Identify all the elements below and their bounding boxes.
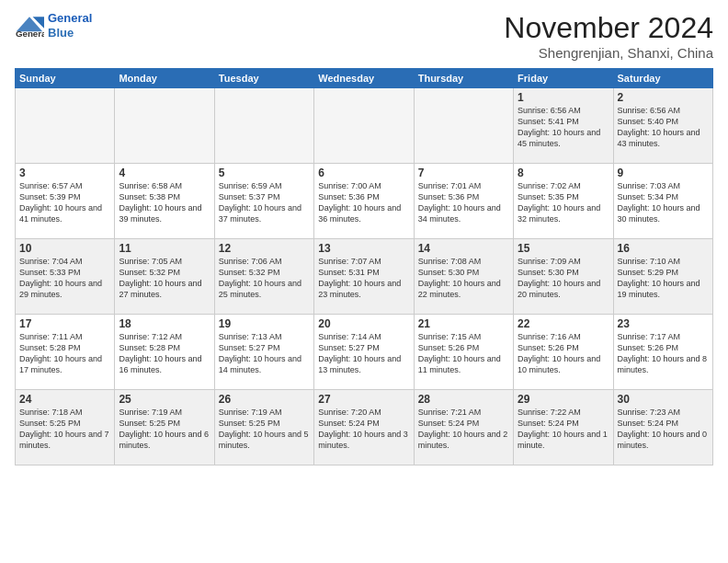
day-info: Sunrise: 7:02 AM Sunset: 5:35 PM Dayligh… [518,180,609,225]
day-info: Sunrise: 7:01 AM Sunset: 5:36 PM Dayligh… [418,180,509,225]
day-number: 2 [618,91,709,104]
day-number: 29 [518,393,609,406]
day-info: Sunrise: 7:22 AM Sunset: 5:24 PM Dayligh… [518,407,609,452]
calendar-cell: 20Sunrise: 7:14 AM Sunset: 5:27 PM Dayli… [314,315,414,390]
day-number: 9 [618,167,709,179]
day-info: Sunrise: 7:13 AM Sunset: 5:27 PM Dayligh… [219,331,310,376]
day-info: Sunrise: 7:14 AM Sunset: 5:27 PM Dayligh… [318,331,409,376]
day-number: 20 [318,317,409,330]
day-info: Sunrise: 7:15 AM Sunset: 5:26 PM Dayligh… [418,331,509,376]
day-number: 4 [119,167,210,179]
calendar-cell [214,88,313,164]
day-number: 27 [318,393,409,406]
logo: General General Blue [15,11,92,40]
weekday-header-saturday: Saturday [613,69,712,88]
day-number: 30 [618,393,709,406]
page-header: General General Blue November 2024 Sheng… [15,11,713,61]
day-number: 5 [219,167,310,179]
day-info: Sunrise: 7:03 AM Sunset: 5:34 PM Dayligh… [618,180,709,225]
day-number: 8 [518,167,609,179]
calendar-cell: 22Sunrise: 7:16 AM Sunset: 5:26 PM Dayli… [514,315,613,390]
day-info: Sunrise: 6:56 AM Sunset: 5:41 PM Dayligh… [518,105,609,150]
day-number: 3 [19,167,110,179]
title-block: November 2024 Shengrenjian, Shanxi, Chin… [504,11,713,61]
calendar-cell: 27Sunrise: 7:20 AM Sunset: 5:24 PM Dayli… [314,390,414,465]
day-number: 13 [318,242,409,255]
calendar-cell: 1Sunrise: 6:56 AM Sunset: 5:41 PM Daylig… [514,88,613,164]
day-number: 10 [19,242,110,255]
weekday-header-thursday: Thursday [414,69,513,88]
calendar-cell: 8Sunrise: 7:02 AM Sunset: 5:35 PM Daylig… [514,164,613,239]
day-info: Sunrise: 7:04 AM Sunset: 5:33 PM Dayligh… [19,256,110,301]
day-info: Sunrise: 7:05 AM Sunset: 5:32 PM Dayligh… [119,256,210,301]
day-number: 17 [19,317,110,330]
day-info: Sunrise: 6:57 AM Sunset: 5:39 PM Dayligh… [19,180,110,225]
day-number: 21 [418,317,509,330]
weekday-header-friday: Friday [514,69,613,88]
week-row-4: 17Sunrise: 7:11 AM Sunset: 5:28 PM Dayli… [16,315,713,390]
week-row-3: 10Sunrise: 7:04 AM Sunset: 5:33 PM Dayli… [16,239,713,315]
day-info: Sunrise: 7:21 AM Sunset: 5:24 PM Dayligh… [418,407,509,452]
calendar-table: SundayMondayTuesdayWednesdayThursdayFrid… [15,68,713,465]
day-info: Sunrise: 7:10 AM Sunset: 5:29 PM Dayligh… [618,256,709,301]
weekday-header-wednesday: Wednesday [314,69,414,88]
day-info: Sunrise: 6:56 AM Sunset: 5:40 PM Dayligh… [618,105,709,150]
day-info: Sunrise: 6:59 AM Sunset: 5:37 PM Dayligh… [219,180,310,225]
calendar-cell: 16Sunrise: 7:10 AM Sunset: 5:29 PM Dayli… [613,239,712,315]
day-info: Sunrise: 7:12 AM Sunset: 5:28 PM Dayligh… [119,331,210,376]
day-info: Sunrise: 7:11 AM Sunset: 5:28 PM Dayligh… [19,331,110,376]
calendar-cell: 4Sunrise: 6:58 AM Sunset: 5:38 PM Daylig… [115,164,214,239]
day-number: 22 [518,317,609,330]
month-title: November 2024 [504,11,713,45]
calendar-cell: 25Sunrise: 7:19 AM Sunset: 5:25 PM Dayli… [115,390,214,465]
weekday-header-sunday: Sunday [16,69,115,88]
week-row-2: 3Sunrise: 6:57 AM Sunset: 5:39 PM Daylig… [16,164,713,239]
calendar-cell: 11Sunrise: 7:05 AM Sunset: 5:32 PM Dayli… [115,239,214,315]
day-info: Sunrise: 7:00 AM Sunset: 5:36 PM Dayligh… [318,180,409,225]
day-number: 14 [418,242,509,255]
calendar-cell: 19Sunrise: 7:13 AM Sunset: 5:27 PM Dayli… [214,315,313,390]
logo-icon: General [15,13,44,39]
calendar-cell: 23Sunrise: 7:17 AM Sunset: 5:26 PM Dayli… [613,315,712,390]
day-info: Sunrise: 7:07 AM Sunset: 5:31 PM Dayligh… [318,256,409,301]
calendar-cell: 9Sunrise: 7:03 AM Sunset: 5:34 PM Daylig… [613,164,712,239]
week-row-1: 1Sunrise: 6:56 AM Sunset: 5:41 PM Daylig… [16,88,713,164]
calendar-cell [414,88,513,164]
calendar-cell [16,88,115,164]
day-number: 7 [418,167,509,179]
weekday-header-tuesday: Tuesday [214,69,313,88]
calendar-cell: 14Sunrise: 7:08 AM Sunset: 5:30 PM Dayli… [414,239,513,315]
calendar-cell: 12Sunrise: 7:06 AM Sunset: 5:32 PM Dayli… [214,239,313,315]
calendar-cell: 6Sunrise: 7:00 AM Sunset: 5:36 PM Daylig… [314,164,414,239]
day-number: 24 [19,393,110,406]
day-info: Sunrise: 7:20 AM Sunset: 5:24 PM Dayligh… [318,407,409,452]
day-number: 18 [119,317,210,330]
day-number: 12 [219,242,310,255]
day-number: 6 [318,167,409,179]
calendar-cell: 17Sunrise: 7:11 AM Sunset: 5:28 PM Dayli… [16,315,115,390]
day-number: 26 [219,393,310,406]
day-info: Sunrise: 7:19 AM Sunset: 5:25 PM Dayligh… [119,407,210,452]
day-info: Sunrise: 6:58 AM Sunset: 5:38 PM Dayligh… [119,180,210,225]
calendar-cell: 13Sunrise: 7:07 AM Sunset: 5:31 PM Dayli… [314,239,414,315]
logo-text: General Blue [48,11,92,40]
calendar-cell: 28Sunrise: 7:21 AM Sunset: 5:24 PM Dayli… [414,390,513,465]
day-number: 19 [219,317,310,330]
calendar-cell: 29Sunrise: 7:22 AM Sunset: 5:24 PM Dayli… [514,390,613,465]
location: Shengrenjian, Shanxi, China [504,45,713,61]
calendar-cell [314,88,414,164]
calendar-cell: 2Sunrise: 6:56 AM Sunset: 5:40 PM Daylig… [613,88,712,164]
calendar-cell: 18Sunrise: 7:12 AM Sunset: 5:28 PM Dayli… [115,315,214,390]
day-info: Sunrise: 7:18 AM Sunset: 5:25 PM Dayligh… [19,407,110,452]
calendar-cell: 24Sunrise: 7:18 AM Sunset: 5:25 PM Dayli… [16,390,115,465]
weekday-header-row: SundayMondayTuesdayWednesdayThursdayFrid… [16,69,713,88]
weekday-header-monday: Monday [115,69,214,88]
day-info: Sunrise: 7:06 AM Sunset: 5:32 PM Dayligh… [219,256,310,301]
day-number: 16 [618,242,709,255]
calendar-cell: 15Sunrise: 7:09 AM Sunset: 5:30 PM Dayli… [514,239,613,315]
day-number: 28 [418,393,509,406]
day-number: 11 [119,242,210,255]
day-info: Sunrise: 7:19 AM Sunset: 5:25 PM Dayligh… [219,407,310,452]
calendar-cell: 30Sunrise: 7:23 AM Sunset: 5:24 PM Dayli… [613,390,712,465]
day-info: Sunrise: 7:23 AM Sunset: 5:24 PM Dayligh… [618,407,709,452]
